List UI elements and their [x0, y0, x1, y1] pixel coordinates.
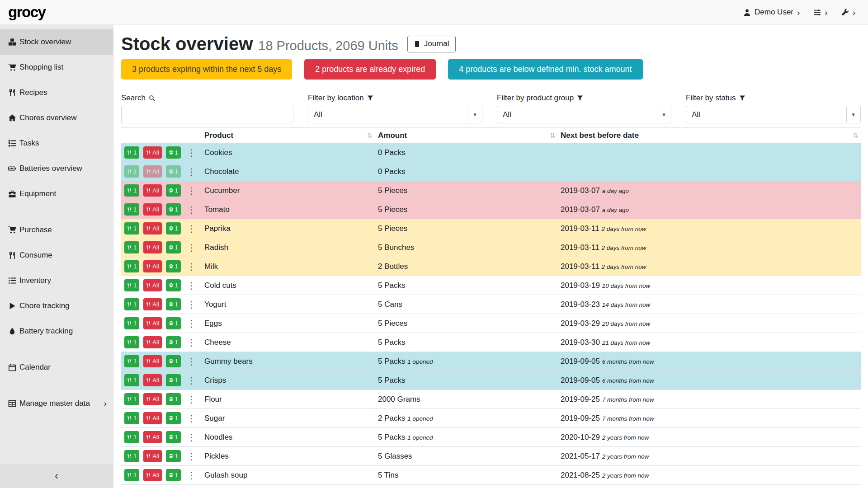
- column-header-next-best-before-date[interactable]: ⇅Next best before date: [558, 128, 861, 143]
- open-one-button[interactable]: 1: [166, 146, 181, 159]
- open-one-button[interactable]: 1: [166, 374, 181, 386]
- consume-all-button[interactable]: All: [143, 184, 161, 197]
- open-one-button[interactable]: 1: [166, 241, 181, 253]
- row-menu-button[interactable]: ⋮: [187, 452, 196, 461]
- consume-all-button[interactable]: All: [143, 374, 161, 386]
- consume-all-button[interactable]: All: [143, 431, 161, 443]
- alert-expired[interactable]: 2 products are already expired: [304, 59, 436, 80]
- admin-menu[interactable]: ›: [841, 8, 855, 17]
- sidebar-item-chore-tracking[interactable]: Chore tracking: [0, 293, 113, 319]
- open-one-button[interactable]: 1: [166, 412, 181, 424]
- alert-expiring[interactable]: 3 products expiring within the next 5 da…: [121, 59, 292, 80]
- consume-one-button[interactable]: 1: [124, 203, 139, 216]
- journal-button[interactable]: Journal: [407, 36, 456, 52]
- open-one-button[interactable]: 1: [166, 279, 181, 291]
- row-menu-button[interactable]: ⋮: [187, 395, 196, 404]
- consume-one-button[interactable]: 1: [124, 298, 139, 310]
- sidebar-item-purchase[interactable]: Purchase: [0, 217, 113, 243]
- sidebar-item-batteries-overview[interactable]: Batteries overview: [0, 156, 113, 181]
- alert-below-min-stock[interactable]: 4 products are below defined min. stock …: [448, 59, 642, 80]
- sidebar-item-equipment[interactable]: Equipment: [0, 181, 113, 206]
- consume-one-button[interactable]: 1: [124, 412, 139, 424]
- consume-all-button[interactable]: All: [143, 279, 161, 291]
- sidebar-item-tasks[interactable]: Tasks: [0, 131, 113, 156]
- consume-all-button[interactable]: All: [143, 393, 161, 405]
- row-menu-button[interactable]: ⋮: [187, 224, 196, 233]
- consume-one-button[interactable]: 1: [124, 355, 139, 367]
- sidebar-item-manage-master-data[interactable]: Manage master data›: [0, 391, 113, 416]
- row-menu-button[interactable]: ⋮: [187, 205, 196, 214]
- sidebar-item-recipes[interactable]: Recipes: [0, 80, 113, 105]
- row-menu-button[interactable]: ⋮: [187, 300, 196, 309]
- consume-all-button[interactable]: All: [143, 165, 161, 178]
- row-menu-button[interactable]: ⋮: [187, 414, 196, 423]
- consume-all-button[interactable]: All: [143, 241, 161, 253]
- consume-all-button[interactable]: All: [143, 222, 161, 235]
- open-one-button[interactable]: 1: [166, 298, 181, 310]
- open-one-button[interactable]: 1: [166, 469, 181, 481]
- sidebar-item-consume[interactable]: Consume: [0, 243, 113, 268]
- open-one-button[interactable]: 1: [166, 450, 181, 462]
- row-menu-button[interactable]: ⋮: [187, 186, 196, 195]
- column-header-product[interactable]: ⇅Product: [202, 128, 375, 143]
- consume-one-button[interactable]: 1: [124, 431, 139, 443]
- column-header-amount[interactable]: ⇅Amount: [375, 128, 558, 143]
- row-menu-button[interactable]: ⋮: [187, 243, 196, 252]
- open-one-button[interactable]: 1: [166, 165, 181, 178]
- row-menu-button[interactable]: ⋮: [187, 319, 196, 328]
- consume-all-button[interactable]: All: [143, 355, 161, 367]
- consume-one-button[interactable]: 1: [124, 260, 139, 272]
- app-logo[interactable]: grocy: [8, 4, 45, 21]
- consume-one-button[interactable]: 1: [124, 317, 139, 329]
- open-one-button[interactable]: 1: [166, 393, 181, 405]
- open-one-button[interactable]: 1: [166, 355, 181, 367]
- product-group-select[interactable]: All: [497, 106, 671, 123]
- open-one-button[interactable]: 1: [166, 222, 181, 235]
- consume-all-button[interactable]: All: [143, 336, 161, 348]
- sidebar-item-inventory[interactable]: Inventory: [0, 268, 113, 293]
- search-input[interactable]: [121, 106, 293, 123]
- open-one-button[interactable]: 1: [166, 184, 181, 197]
- consume-one-button[interactable]: 1: [124, 374, 139, 386]
- consume-one-button[interactable]: 1: [124, 469, 139, 481]
- consume-all-button[interactable]: All: [143, 450, 161, 462]
- open-one-button[interactable]: 1: [166, 336, 181, 348]
- consume-all-button[interactable]: All: [143, 203, 161, 216]
- consume-one-button[interactable]: 1: [124, 146, 139, 159]
- consume-all-button[interactable]: All: [143, 260, 161, 272]
- open-one-button[interactable]: 1: [166, 317, 181, 329]
- open-one-button[interactable]: 1: [166, 431, 181, 443]
- row-menu-button[interactable]: ⋮: [187, 338, 196, 347]
- row-menu-button[interactable]: ⋮: [187, 357, 196, 366]
- row-menu-button[interactable]: ⋮: [187, 148, 196, 157]
- sidebar-item-stock-overview[interactable]: Stock overview: [0, 29, 113, 55]
- row-menu-button[interactable]: ⋮: [187, 376, 196, 385]
- sidebar-item-battery-tracking[interactable]: Battery tracking: [0, 319, 113, 344]
- row-menu-button[interactable]: ⋮: [187, 262, 196, 271]
- consume-all-button[interactable]: All: [143, 469, 161, 481]
- consume-one-button[interactable]: 1: [124, 279, 139, 291]
- row-menu-button[interactable]: ⋮: [187, 167, 196, 176]
- consume-all-button[interactable]: All: [143, 298, 161, 310]
- consume-one-button[interactable]: 1: [124, 336, 139, 348]
- sidebar-item-shopping-list[interactable]: Shopping list: [0, 55, 113, 80]
- sidebar-item-calendar[interactable]: Calendar: [0, 355, 113, 380]
- open-one-button[interactable]: 1: [166, 203, 181, 216]
- row-menu-button[interactable]: ⋮: [187, 281, 196, 290]
- consume-one-button[interactable]: 1: [124, 241, 139, 253]
- sidebar-collapse-button[interactable]: ‹: [0, 464, 113, 488]
- consume-one-button[interactable]: 1: [124, 393, 139, 405]
- status-select[interactable]: All: [686, 106, 860, 123]
- user-menu[interactable]: Demo User ›: [743, 8, 800, 17]
- row-menu-button[interactable]: ⋮: [187, 433, 196, 442]
- sidebar-item-chores-overview[interactable]: Chores overview: [0, 105, 113, 131]
- row-menu-button[interactable]: ⋮: [187, 471, 196, 480]
- consume-all-button[interactable]: All: [143, 317, 161, 329]
- settings-menu[interactable]: ›: [813, 8, 827, 17]
- consume-one-button[interactable]: 1: [124, 165, 139, 178]
- consume-all-button[interactable]: All: [143, 412, 161, 424]
- consume-one-button[interactable]: 1: [124, 184, 139, 197]
- consume-one-button[interactable]: 1: [124, 450, 139, 462]
- consume-one-button[interactable]: 1: [124, 222, 139, 235]
- open-one-button[interactable]: 1: [166, 260, 181, 272]
